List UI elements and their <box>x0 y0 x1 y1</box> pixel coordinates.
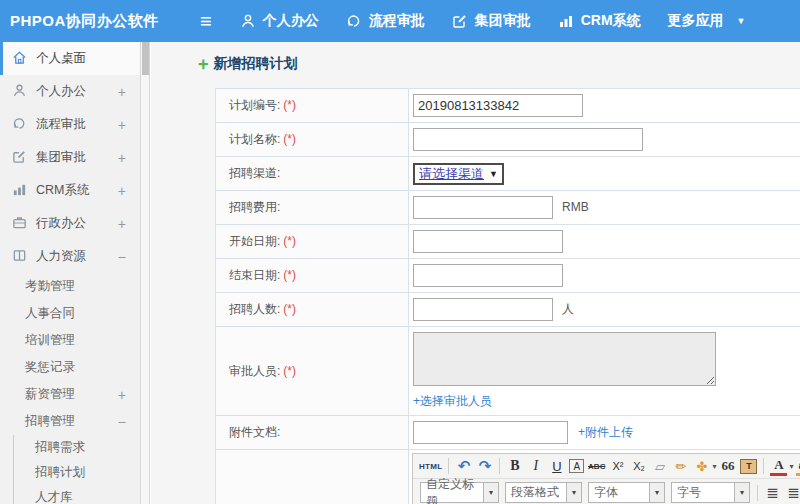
chevron-down-icon[interactable]: ▾ <box>484 482 499 503</box>
scrollbar-thumb[interactable] <box>142 42 149 75</box>
select-approvers-link[interactable]: +选择审批人员 <box>413 393 800 410</box>
chevron-down-icon[interactable]: ▾ <box>735 482 750 503</box>
sidebar-item-hr-contract[interactable]: 人事合同 <box>0 300 140 327</box>
plan-name-input[interactable] <box>413 128 643 151</box>
toolbar-separator <box>763 458 764 474</box>
sidebar-item-attendance[interactable]: 考勤管理 <box>0 273 140 300</box>
attachment-input[interactable] <box>413 421 568 444</box>
plan-number-input[interactable] <box>413 94 583 117</box>
blockquote-button[interactable]: 66 <box>719 457 736 476</box>
sidebar-item-workflow-approval[interactable]: 流程审批 + <box>0 108 140 141</box>
sidebar-item-hr[interactable]: 人力资源 − <box>0 240 140 273</box>
field-label: 开始日期: <box>229 234 280 248</box>
recruit-cost-input[interactable] <box>413 196 553 219</box>
strikethrough-button[interactable]: ABC <box>588 457 605 476</box>
sidebar-item-salary[interactable]: 薪资管理 + <box>0 381 140 408</box>
sidebar-scrollbar[interactable] <box>140 42 150 504</box>
bold-button[interactable]: B <box>506 457 523 476</box>
sidebar-item-admin-office[interactable]: 行政办公 + <box>0 207 140 240</box>
expand-plus-icon[interactable]: + <box>118 216 126 232</box>
topnav-crm[interactable]: CRM系统 <box>558 12 641 30</box>
expand-plus-icon[interactable]: + <box>118 387 126 403</box>
sidebar-item-personal-office[interactable]: 个人办公 + <box>0 75 140 108</box>
align-center-button[interactable]: ≣ <box>785 483 800 502</box>
subscript-button[interactable]: X₂ <box>630 457 647 476</box>
required-marker: (*) <box>283 364 296 378</box>
font-color-button[interactable]: A <box>770 457 787 476</box>
topnav-group-approval[interactable]: 集团审批 <box>452 12 531 30</box>
bar-chart-icon <box>558 13 574 29</box>
table-row: 审批人员:(*) +选择审批人员 <box>216 327 800 416</box>
page-title-text: 新增招聘计划 <box>214 55 298 73</box>
table-row: 附件文档: +附件上传 <box>216 416 800 450</box>
format-painter-icon[interactable]: ✏ <box>672 457 689 476</box>
chevron-down-icon[interactable]: ▾ <box>712 462 716 471</box>
table-row: 招聘人数:(*) 人 <box>216 293 800 327</box>
redo-button[interactable]: ↷ <box>476 457 493 476</box>
quick-format-icon[interactable]: ✤ <box>693 457 710 476</box>
sidebar-item-group-approval[interactable]: 集团审批 + <box>0 141 140 174</box>
main-content: + 新增招聘计划 计划编号:(*) 计划名称:(*) 招聘渠道: 请选择渠道 ▼… <box>151 42 800 504</box>
currency-suffix: RMB <box>562 200 589 214</box>
underline-button[interactable]: U <box>548 457 565 476</box>
table-row: 招聘渠道: 请选择渠道 ▼ <box>216 157 800 191</box>
font-style-button[interactable]: A <box>569 459 584 473</box>
sidebar-item-recruit-plan[interactable]: 招聘计划 <box>14 460 140 485</box>
sidebar-item-recruit-mgmt[interactable]: 招聘管理 − <box>0 408 140 435</box>
source-code-button[interactable]: HTML <box>419 457 442 476</box>
edit-square-icon <box>452 13 468 29</box>
sidebar-item-recruit-demand[interactable]: 招聘需求 <box>14 435 140 460</box>
menu-toggle-icon[interactable]: ≡ <box>200 11 212 31</box>
approvers-textarea[interactable] <box>413 332 716 386</box>
superscript-button[interactable]: X² <box>609 457 626 476</box>
collapse-minus-icon[interactable]: − <box>118 414 126 430</box>
sidebar: 个人桌面 个人办公 + 流程审批 + 集团审批 + CRM系统 + 行政办公 +… <box>0 42 140 504</box>
expand-plus-icon[interactable]: + <box>118 84 126 100</box>
paste-text-icon[interactable]: T <box>740 459 757 474</box>
add-plus-icon: + <box>198 57 209 71</box>
custom-heading-select[interactable]: 自定义标题 ▾ <box>420 482 499 503</box>
font-size-select[interactable]: 字号 ▾ <box>671 482 750 503</box>
sidebar-item-personal-desktop[interactable]: 个人桌面 <box>0 42 140 75</box>
recruit-plan-form: 计划编号:(*) 计划名称:(*) 招聘渠道: 请选择渠道 ▼ 招聘费用: RM… <box>215 88 800 504</box>
highlight-color-button[interactable]: ab <box>796 457 800 476</box>
expand-plus-icon[interactable]: + <box>118 117 126 133</box>
collapse-minus-icon[interactable]: − <box>118 249 126 265</box>
align-left-button[interactable]: ≣ <box>764 483 781 502</box>
chevron-down-icon[interactable]: ▾ <box>650 482 665 503</box>
chevron-down-icon[interactable]: ▾ <box>567 482 582 503</box>
sidebar-item-training[interactable]: 培训管理 <box>0 327 140 354</box>
recruit-channel-select[interactable]: 请选择渠道 ▼ <box>413 163 504 185</box>
recruit-submenu: 招聘需求 招聘计划 人才库 <box>13 435 140 504</box>
paragraph-format-select[interactable]: 段落格式 ▾ <box>505 482 582 503</box>
topnav-more-apps[interactable]: 更多应用 <box>668 12 724 30</box>
chevron-down-icon[interactable]: ▼ <box>737 16 746 26</box>
field-label: 附件文档: <box>229 425 280 439</box>
table-row: 计划名称:(*) <box>216 123 800 157</box>
required-marker: (*) <box>283 132 296 146</box>
undo-button[interactable]: ↶ <box>455 457 472 476</box>
remove-format-icon[interactable]: ▱ <box>651 457 668 476</box>
topnav-workflow-approval[interactable]: 流程审批 <box>346 12 425 30</box>
recruit-count-input[interactable] <box>413 298 553 321</box>
field-label: 计划名称: <box>229 132 280 146</box>
attachment-upload-link[interactable]: +附件上传 <box>578 425 633 439</box>
sidebar-item-crm[interactable]: CRM系统 + <box>0 174 140 207</box>
field-label: 招聘人数: <box>229 302 280 316</box>
required-marker: (*) <box>283 302 296 316</box>
expand-plus-icon[interactable]: + <box>118 183 126 199</box>
sidebar-item-rewards[interactable]: 奖惩记录 <box>0 354 140 381</box>
required-marker: (*) <box>283 234 296 248</box>
expand-plus-icon[interactable]: + <box>118 150 126 166</box>
sidebar-item-talent-pool[interactable]: 人才库 <box>14 485 140 504</box>
topnav-personal-office[interactable]: 个人办公 <box>240 12 319 30</box>
edit-square-icon <box>12 149 36 167</box>
person-icon <box>12 83 36 101</box>
toolbar-separator <box>757 485 758 501</box>
font-family-select[interactable]: 字体 ▾ <box>588 482 665 503</box>
start-date-input[interactable] <box>413 230 563 253</box>
italic-button[interactable]: I <box>527 457 544 476</box>
end-date-input[interactable] <box>413 264 563 287</box>
chevron-down-icon[interactable]: ▾ <box>789 462 793 471</box>
top-bar: PHPOA协同办公软件 ≡ 个人办公 流程审批 集团审批 CRM系统 更多应用 … <box>0 0 800 42</box>
